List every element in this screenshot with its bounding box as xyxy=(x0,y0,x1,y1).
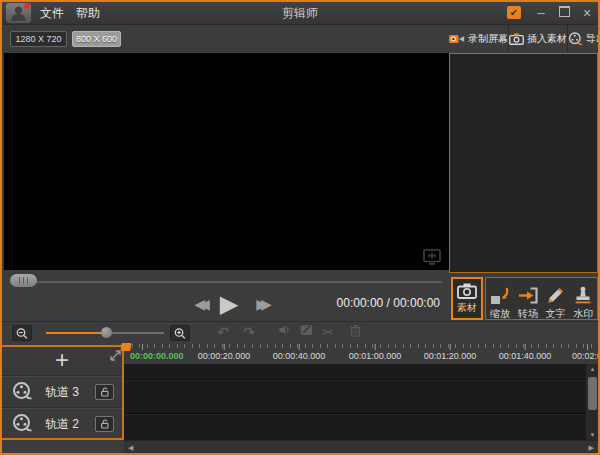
timeline-zoom-in-button[interactable] xyxy=(170,325,190,341)
track-row-3[interactable]: 轨道 3 xyxy=(2,376,122,408)
tab-transition-label: 转场 xyxy=(518,307,538,321)
tab-text[interactable]: 文字 xyxy=(542,278,570,324)
timeline-zoom-slider-fill xyxy=(46,332,106,334)
track-lock-button[interactable] xyxy=(95,384,114,400)
edit-clip-button[interactable] xyxy=(300,324,316,336)
timeline-zoom-out-button[interactable] xyxy=(12,325,32,341)
export-icon xyxy=(568,32,583,46)
trash-icon xyxy=(350,324,361,337)
speaker-icon xyxy=(278,324,292,336)
close-button[interactable]: × xyxy=(578,5,596,21)
vertical-scrollbar[interactable]: ▲ ▼ xyxy=(585,364,598,440)
timeline-zoom-slider-handle[interactable] xyxy=(101,327,112,338)
transition-icon xyxy=(517,286,539,305)
ruler-label: 00:00:40.000 xyxy=(273,351,326,361)
add-track-button[interactable]: + xyxy=(2,347,122,376)
menu-file[interactable]: 文件 xyxy=(34,2,70,25)
tab-text-label: 文字 xyxy=(545,307,565,321)
tab-group: 缩放 转场 文字 水印 xyxy=(485,277,598,320)
lane-divider xyxy=(124,413,585,414)
add-track-icon: + xyxy=(55,346,69,373)
timeline-current-time: 00:00:00.000 xyxy=(130,351,184,361)
rewind-button[interactable]: ◀◀ xyxy=(186,291,212,317)
bottom-strip xyxy=(2,440,124,453)
cut-button[interactable]: ✂ xyxy=(320,324,336,340)
lane-divider xyxy=(124,379,585,380)
playhead-drag-icon[interactable] xyxy=(109,349,122,362)
maximize-button[interactable] xyxy=(555,5,573,21)
play-button[interactable]: ▶ xyxy=(216,291,242,317)
track-panel: + 轨道 3 轨道 2 xyxy=(2,345,124,440)
ruler-label: 00:02:0 xyxy=(572,351,598,361)
zoom-out-icon xyxy=(15,327,29,340)
timeline-lanes[interactable] xyxy=(124,364,585,440)
tab-watermark[interactable]: 水印 xyxy=(569,278,597,324)
record-screen-button[interactable]: 录制屏幕 xyxy=(449,25,508,53)
unlock-icon xyxy=(100,387,110,397)
resolution-button-1280x720[interactable]: 1280 X 720 xyxy=(10,31,67,47)
tab-scale[interactable]: 缩放 xyxy=(486,278,514,324)
tab-scale-label: 缩放 xyxy=(490,307,510,321)
export-button[interactable]: 导出 xyxy=(567,25,600,53)
fast-forward-button[interactable]: ▶▶ xyxy=(248,291,274,317)
text-pencil-icon xyxy=(545,286,565,305)
seek-handle[interactable] xyxy=(10,274,37,287)
ruler-label: 00:01:20.000 xyxy=(424,351,477,361)
scroll-left-arrow[interactable]: ◀ xyxy=(128,444,133,452)
ruler-label: 00:01:40.000 xyxy=(499,351,552,361)
zoom-in-icon xyxy=(173,327,187,340)
scale-icon xyxy=(489,286,511,305)
tab-material[interactable]: 素材 xyxy=(451,277,483,320)
material-panel[interactable] xyxy=(449,53,598,273)
scroll-right-arrow[interactable]: ▶ xyxy=(589,444,594,452)
timeline-ruler[interactable]: 00:00:00.000 00:00:20.000 00:00:40.000 0… xyxy=(124,343,598,364)
fit-screen-icon[interactable] xyxy=(423,249,441,266)
title-bar: 文件 帮助 剪辑师 ✔ – × xyxy=(2,2,598,25)
resolution-button-800x600[interactable]: 800 X 600 xyxy=(72,31,121,47)
app-window: 文件 帮助 剪辑师 ✔ – × 1280 X 720 800 X 600 录制屏… xyxy=(0,0,600,455)
tab-transition[interactable]: 转场 xyxy=(514,278,542,324)
ruler-label: 00:00:20.000 xyxy=(198,351,251,361)
track-row-2[interactable]: 轨道 2 xyxy=(2,408,122,438)
record-screen-label: 录制屏幕 xyxy=(468,32,508,46)
time-display: 00:00:00 / 00:00:00 xyxy=(332,296,440,310)
user-avatar[interactable] xyxy=(6,3,31,23)
export-label: 导出 xyxy=(586,32,600,46)
playhead-marker[interactable] xyxy=(120,343,131,351)
undo-button[interactable]: ↶ xyxy=(214,324,232,340)
seek-bar[interactable] xyxy=(10,281,442,283)
menu-help[interactable]: 帮助 xyxy=(70,2,106,25)
check-badge-icon[interactable]: ✔ xyxy=(507,6,521,19)
delete-button[interactable] xyxy=(350,324,366,337)
unlock-icon xyxy=(100,419,110,429)
minimize-button[interactable]: – xyxy=(532,5,550,21)
watermark-stamp-icon xyxy=(573,286,593,305)
insert-media-button[interactable]: 插入素材 xyxy=(508,25,567,53)
camera-icon xyxy=(457,283,477,299)
action-bar: 录制屏幕 插入素材 导出 xyxy=(449,25,598,53)
notification-dot xyxy=(24,3,30,9)
track-lock-button[interactable] xyxy=(95,416,114,432)
mute-button[interactable] xyxy=(278,324,294,336)
ruler-label: 00:01:00.000 xyxy=(349,351,402,361)
screen-record-icon xyxy=(449,33,465,45)
scroll-down-arrow[interactable]: ▼ xyxy=(586,432,599,438)
edit-clip-icon xyxy=(300,324,313,336)
maximize-icon xyxy=(559,6,570,17)
tab-watermark-label: 水印 xyxy=(573,307,593,321)
tab-material-label: 素材 xyxy=(457,301,477,315)
horizontal-scrollbar[interactable]: ◀ ▶ xyxy=(124,440,598,453)
scroll-up-arrow[interactable]: ▲ xyxy=(586,366,599,372)
vertical-scroll-thumb[interactable] xyxy=(588,377,597,410)
insert-media-label: 插入素材 xyxy=(527,32,567,46)
insert-media-icon xyxy=(509,33,524,45)
redo-button[interactable]: ↷ xyxy=(240,324,258,340)
video-preview[interactable] xyxy=(4,53,449,270)
